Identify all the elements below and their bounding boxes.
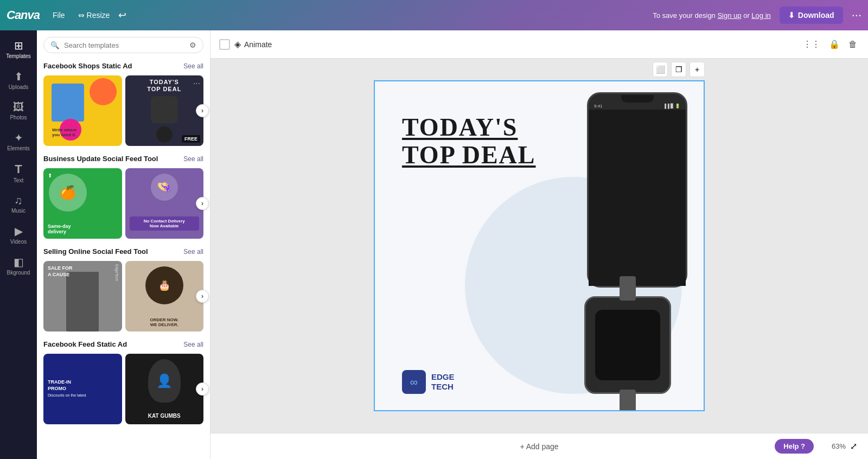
template-card-so1[interactable]: SALE FORA CAUSE EdgeTech (43, 261, 122, 331)
brand-icon: ∞ (402, 370, 426, 394)
more-options-button[interactable]: ··· (852, 8, 861, 22)
section-header-business-update: Business Update Social Feed Tool See all (43, 155, 203, 163)
videos-icon: ▶ (15, 225, 23, 238)
canvas-toolbar: ◈ Animate ⋮⋮ 🔒 🗑 (210, 30, 868, 59)
title-line2: TOP DEAL (402, 142, 536, 169)
animate-button[interactable]: ◈ Animate (234, 39, 272, 49)
see-all-facebook-shops[interactable]: See all (183, 62, 203, 70)
template-card-bu1[interactable]: 🍊 Same-daydelivery ⬆ (43, 168, 122, 239)
watch-screen (595, 310, 660, 380)
template-card-so2[interactable]: 🎂 ORDER NOW.WE DELIVER. (125, 261, 204, 331)
search-bar: 🔍 ⚙ (43, 37, 203, 53)
card-dots-menu[interactable]: ··· (193, 79, 200, 88)
lock-button[interactable]: 🔒 (827, 37, 842, 52)
phone-mockup[interactable]: 9:41 ▐▐ ▊ 🔋 (587, 92, 687, 288)
grid-view-button[interactable]: ⋮⋮ (801, 37, 822, 52)
template-card-ff2[interactable]: 👤 KAT GUMBS (125, 354, 204, 424)
sidebar-item-elements[interactable]: ✦ Elements (2, 127, 35, 156)
carousel-arrow-selling-online[interactable]: › (196, 290, 209, 303)
template-card-fb2[interactable]: ··· TODAY'STOP DEAL FREE (125, 75, 204, 146)
template-grid-facebook-feed: TRADE-INPROMODiscounts on the latest 👤 K… (43, 354, 203, 424)
section-header-selling-online: Selling Online Social Feed Tool See all (43, 247, 203, 256)
canvas-brand-logo[interactable]: ∞ EDGE TECH (402, 370, 455, 394)
download-icon: ⬇ (788, 11, 795, 20)
topbar: Canva File ⇔ Resize ↩ To save your desig… (0, 0, 868, 30)
help-button[interactable]: Help ? (775, 439, 814, 454)
section-title-business-update: Business Update Social Feed Tool (43, 155, 158, 163)
search-icon-button[interactable]: 🔍 (50, 41, 60, 49)
templates-panel: 🔍 ⚙ Facebook Shops Static Ad See all Wri… (37, 30, 210, 459)
frame-duplicate-button[interactable]: ❐ (671, 62, 686, 77)
template-card-ff1[interactable]: TRADE-INPROMODiscounts on the latest (43, 354, 122, 424)
section-title-facebook-shops: Facebook Shops Static Ad (43, 62, 132, 70)
see-all-facebook-feed[interactable]: See all (183, 341, 203, 348)
canva-logo: Canva (7, 8, 40, 22)
templates-icon: ⊞ (14, 39, 23, 52)
phone-status-bar: 9:41 ▐▐ ▊ 🔋 (589, 103, 686, 110)
sidebar-item-templates[interactable]: ⊞ Templates (2, 35, 35, 63)
add-page-button[interactable]: + Add page (520, 442, 558, 451)
section-title-selling-online: Selling Online Social Feed Tool (43, 247, 148, 256)
phone-screen (589, 110, 686, 286)
frame-select-button[interactable]: ⬜ (653, 62, 668, 77)
photos-icon: 🖼 (13, 101, 24, 113)
template-card-fb1[interactable]: Write whereyou need it. (43, 75, 122, 146)
music-icon: ♫ (15, 194, 23, 207)
sidebar-item-background[interactable]: ◧ Bkground (2, 251, 35, 280)
resize-button[interactable]: ⇔ Resize (78, 11, 110, 20)
search-input[interactable] (64, 41, 185, 49)
animate-icon: ◈ (234, 39, 241, 49)
frame-controls: ⬜ ❐ + (653, 62, 705, 77)
sidebar-item-photos[interactable]: 🖼 Photos (2, 97, 35, 125)
canvas-toolbar-right: ⋮⋮ 🔒 🗑 (801, 37, 859, 52)
trash-button[interactable]: 🗑 (846, 37, 859, 52)
template-grid-selling-online: SALE FORA CAUSE EdgeTech 🎂 ORDER NOW.WE … (43, 261, 203, 331)
log-in-link[interactable]: Log in (751, 11, 770, 20)
title-line1: TODAY'S (402, 114, 536, 142)
canvas-scroll[interactable]: ⬜ ❐ + TODAY'S TOP DEAL (210, 59, 868, 433)
sign-up-link[interactable]: Sign up (717, 11, 741, 20)
section-title-facebook-feed: Facebook Feed Static Ad (43, 340, 127, 348)
template-card-bu2[interactable]: 👒 No Contact DeliveryNow Available (125, 168, 204, 239)
phone-time: 9:41 (594, 104, 603, 109)
undo-button[interactable]: ↩ (118, 9, 126, 21)
sidebar-icons: ⊞ Templates ⬆ Uploads 🖼 Photos ✦ Element… (0, 30, 37, 459)
sidebar-item-text[interactable]: T Text (2, 158, 35, 188)
search-icon: 🔍 (50, 41, 60, 49)
background-icon: ◧ (14, 256, 24, 269)
download-button[interactable]: ⬇ Download (780, 7, 843, 24)
sidebar-item-uploads[interactable]: ⬆ Uploads (2, 66, 35, 94)
watch-band-bottom (620, 390, 636, 411)
bottom-bar: + Add page 63% ⤢ Help ? (210, 433, 868, 459)
see-all-business-update[interactable]: See all (183, 155, 203, 163)
section-header-facebook-feed: Facebook Feed Static Ad See all (43, 340, 203, 348)
filter-button[interactable]: ⚙ (189, 41, 196, 49)
save-prompt: To save your design Sign up or Log in (653, 11, 771, 20)
carousel-arrow-business-update[interactable]: › (196, 197, 209, 210)
brand-text: EDGE TECH (431, 372, 455, 392)
frame-add-button[interactable]: + (690, 62, 705, 77)
elements-icon: ✦ (14, 131, 23, 144)
page-checkbox[interactable] (219, 39, 230, 50)
carousel-arrow-facebook-shops[interactable]: › (196, 104, 209, 117)
template-grid-business-update: 🍊 Same-daydelivery ⬆ 👒 No Contact Delive… (43, 168, 203, 239)
uploads-icon: ⬆ (14, 70, 23, 83)
canvas-area: ◈ Animate ⋮⋮ 🔒 🗑 ⬜ ❐ + (210, 30, 868, 459)
main-layout: ⊞ Templates ⬆ Uploads 🖼 Photos ✦ Element… (0, 30, 868, 459)
phone-icons: ▐▐ ▊ 🔋 (663, 104, 680, 109)
see-all-selling-online[interactable]: See all (183, 248, 203, 256)
file-menu[interactable]: File (48, 9, 69, 22)
template-grid-facebook-shops: Write whereyou need it. ··· TODAY'STOP D… (43, 75, 203, 146)
zoom-expand-button[interactable]: ⤢ (850, 441, 857, 451)
text-icon: T (15, 162, 22, 176)
phone-notch (621, 95, 654, 103)
resize-icon: ⇔ (78, 11, 85, 20)
free-badge-fb2: FREE (182, 135, 200, 143)
canvas-title[interactable]: TODAY'S TOP DEAL (402, 114, 536, 169)
watch-band-top (620, 276, 636, 301)
sidebar-item-music[interactable]: ♫ Music (2, 190, 35, 218)
design-canvas[interactable]: TODAY'S TOP DEAL 9:41 ▐▐ ▊ 🔋 (374, 80, 705, 411)
carousel-arrow-facebook-feed[interactable]: › (196, 382, 209, 396)
watch-mockup[interactable] (584, 296, 671, 394)
sidebar-item-videos[interactable]: ▶ Videos (2, 220, 35, 249)
